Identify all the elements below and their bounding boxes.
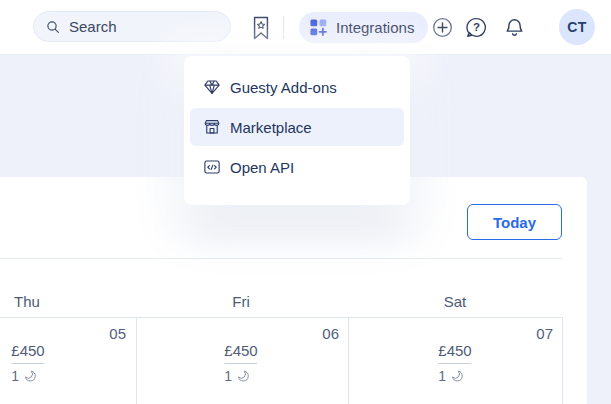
cell-min-nights: 1 xyxy=(224,368,232,384)
today-button[interactable]: Today xyxy=(467,204,562,240)
top-bar: Integrations ? xyxy=(0,0,611,55)
saved-bookmark-button[interactable] xyxy=(248,13,274,43)
search-icon xyxy=(45,19,61,35)
gem-icon xyxy=(203,78,221,96)
avatar-initials: CT xyxy=(567,19,586,35)
create-new-button[interactable] xyxy=(430,15,455,40)
moon-icon xyxy=(450,369,464,383)
plus-circle-icon xyxy=(431,16,454,39)
integrations-grid-icon xyxy=(309,18,328,37)
integrations-dropdown-menu: Guesty Add-ons Marketplace Open API xyxy=(184,56,410,205)
grid-vertical-border xyxy=(562,317,563,404)
moon-icon xyxy=(236,369,250,383)
cell-price: £450 xyxy=(438,342,471,364)
search-box[interactable] xyxy=(33,11,231,42)
calendar-day-cell-thu[interactable]: 05 £450 1 xyxy=(0,318,135,404)
storefront-icon xyxy=(203,118,221,136)
calendar-day-cell-fri[interactable]: 06 £450 1 xyxy=(137,318,348,404)
moon-icon xyxy=(23,369,37,383)
notifications-button[interactable] xyxy=(502,15,527,40)
weekday-label-sat: Sat xyxy=(444,293,467,310)
integrations-button[interactable]: Integrations xyxy=(299,12,428,43)
integrations-button-label: Integrations xyxy=(336,19,414,36)
calendar-day-cell-sat[interactable]: 07 £450 1 xyxy=(349,318,562,404)
cell-rate-block[interactable]: £450 1 xyxy=(224,342,257,384)
weekday-label-thu: Thu xyxy=(14,293,40,310)
menu-item-label: Marketplace xyxy=(230,119,312,136)
menu-item-label: Guesty Add-ons xyxy=(230,79,337,96)
cell-price: £450 xyxy=(11,342,44,364)
menu-item-open-api[interactable]: Open API xyxy=(190,148,404,186)
help-button[interactable]: ? xyxy=(464,15,489,40)
search-input[interactable] xyxy=(69,18,209,35)
code-window-icon xyxy=(203,158,221,176)
user-avatar[interactable]: CT xyxy=(559,9,595,45)
cell-date: 05 xyxy=(109,325,126,342)
svg-text:?: ? xyxy=(473,21,480,33)
weekday-label-fri: Fri xyxy=(232,293,250,310)
cell-rate-block[interactable]: £450 1 xyxy=(438,342,471,384)
cell-rate-block[interactable]: £450 1 xyxy=(11,342,44,384)
menu-item-guesty-addons[interactable]: Guesty Add-ons xyxy=(190,68,404,106)
cell-min-nights: 1 xyxy=(438,368,446,384)
cell-date: 06 xyxy=(322,325,339,342)
bookmark-icon xyxy=(250,15,272,41)
menu-item-label: Open API xyxy=(230,159,294,176)
bell-icon xyxy=(503,16,526,39)
cell-price: £450 xyxy=(224,342,257,364)
calendar-header-divider xyxy=(0,258,562,259)
cell-date: 07 xyxy=(536,325,553,342)
app-window: Integrations ? xyxy=(0,0,611,404)
help-bubble-icon: ? xyxy=(465,16,488,39)
menu-item-marketplace[interactable]: Marketplace xyxy=(190,108,404,146)
cell-min-nights: 1 xyxy=(11,368,19,384)
header-divider xyxy=(283,16,284,39)
